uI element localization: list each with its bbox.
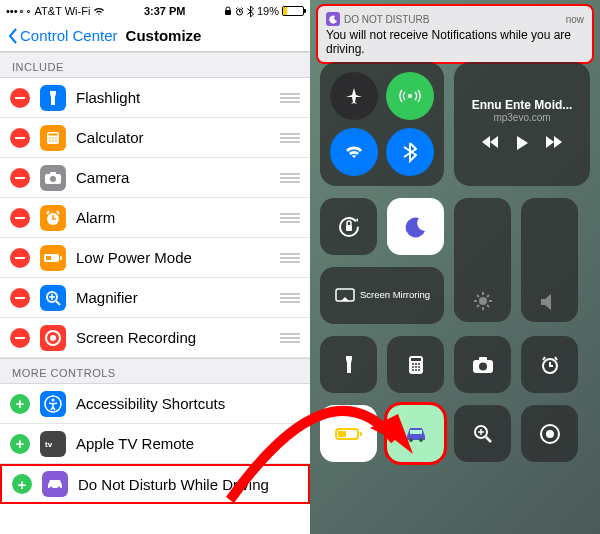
row-flashlight[interactable]: Flashlight <box>0 78 310 118</box>
airplane-toggle[interactable] <box>330 72 378 120</box>
camera-toggle[interactable] <box>454 336 511 393</box>
svg-point-29 <box>479 297 487 305</box>
svg-rect-17 <box>46 256 51 260</box>
wifi-icon <box>93 7 105 16</box>
music-panel[interactable]: Ennu Ente Moid... mp3evo.com <box>454 62 590 186</box>
magnifier-icon <box>40 285 66 311</box>
music-title: Ennu Ente Moid... <box>472 98 573 112</box>
row-low-power[interactable]: Low Power Mode <box>0 238 310 278</box>
svg-point-20 <box>50 335 56 341</box>
row-camera[interactable]: Camera <box>0 158 310 198</box>
svg-point-45 <box>479 362 487 370</box>
camera-icon <box>40 165 66 191</box>
status-bar: •••∘∘ AT&T Wi-Fi 3:37 PM 19% <box>0 0 310 20</box>
row-label: Flashlight <box>76 89 280 106</box>
row-screen-recording[interactable]: Screen Recording <box>0 318 310 358</box>
row-alarm[interactable]: Alarm <box>0 198 310 238</box>
row-label: Apple TV Remote <box>76 435 300 452</box>
row-label: Accessibility Shortcuts <box>76 395 300 412</box>
dnd-toggle[interactable] <box>387 198 444 255</box>
drag-handle-icon[interactable] <box>280 253 300 263</box>
row-magnifier[interactable]: Magnifier <box>0 278 310 318</box>
remove-button[interactable] <box>10 88 30 108</box>
svg-text:tv: tv <box>45 440 53 449</box>
row-label: Magnifier <box>76 289 280 306</box>
control-center-screen: DO NOT DISTURB now You will not receive … <box>310 0 600 534</box>
play-icon[interactable] <box>515 135 529 151</box>
drag-handle-icon[interactable] <box>280 213 300 223</box>
svg-point-24 <box>50 487 53 490</box>
back-button[interactable]: Control Center <box>8 27 118 44</box>
row-label: Do Not Disturb While Driving <box>78 476 298 493</box>
battery-percent: 19% <box>257 5 279 17</box>
next-track-icon[interactable] <box>545 135 563 151</box>
svg-rect-0 <box>225 10 231 15</box>
drag-handle-icon[interactable] <box>280 333 300 343</box>
magnifier-toggle[interactable] <box>454 405 511 462</box>
lock-icon <box>224 6 232 16</box>
svg-rect-16 <box>60 256 62 260</box>
svg-rect-49 <box>338 431 346 437</box>
accessibility-icon <box>40 391 66 417</box>
cellular-toggle[interactable] <box>386 72 434 120</box>
bluetooth-icon <box>247 6 254 17</box>
flashlight-toggle[interactable] <box>320 336 377 393</box>
svg-point-37 <box>412 366 414 368</box>
alarm-toggle[interactable] <box>521 336 578 393</box>
remove-button[interactable] <box>10 168 30 188</box>
svg-point-7 <box>55 137 57 139</box>
brightness-slider[interactable] <box>454 198 511 322</box>
dnd-driving-toggle[interactable] <box>387 405 444 462</box>
settings-screen: •••∘∘ AT&T Wi-Fi 3:37 PM 19% <box>0 0 310 534</box>
notif-body: You will not receive Notifications while… <box>326 28 584 56</box>
drag-handle-icon[interactable] <box>280 133 300 143</box>
rotation-lock-toggle[interactable] <box>320 198 377 255</box>
svg-rect-2 <box>50 91 56 94</box>
remove-button[interactable] <box>10 208 30 228</box>
moon-icon <box>326 12 340 26</box>
row-accessibility[interactable]: + Accessibility Shortcuts <box>0 384 310 424</box>
alarm-icon <box>235 7 244 16</box>
remove-button[interactable] <box>10 128 30 148</box>
svg-rect-12 <box>50 172 56 175</box>
remove-button[interactable] <box>10 248 30 268</box>
svg-point-25 <box>58 487 61 490</box>
svg-point-50 <box>409 438 413 442</box>
row-dnd-driving[interactable]: + Do Not Disturb While Driving <box>0 464 310 504</box>
chevron-left-icon <box>8 28 18 44</box>
svg-point-34 <box>412 363 414 365</box>
notif-time: now <box>566 14 584 25</box>
bluetooth-toggle[interactable] <box>386 128 434 176</box>
prev-track-icon[interactable] <box>481 135 499 151</box>
remove-button[interactable] <box>10 328 30 348</box>
wifi-toggle[interactable] <box>330 128 378 176</box>
row-apple-tv[interactable]: + tv Apple TV Remote <box>0 424 310 464</box>
screen-mirroring-button[interactable]: Screen Mirroring <box>320 267 444 324</box>
svg-point-55 <box>546 430 554 438</box>
svg-point-51 <box>419 438 423 442</box>
svg-point-10 <box>55 140 57 142</box>
add-button[interactable]: + <box>10 394 30 414</box>
dnd-notification[interactable]: DO NOT DISTURB now You will not receive … <box>316 4 594 64</box>
volume-slider[interactable] <box>521 198 578 322</box>
add-button[interactable]: + <box>12 474 32 494</box>
mirror-label: Screen Mirroring <box>360 290 430 300</box>
svg-rect-33 <box>411 358 421 361</box>
connectivity-panel[interactable] <box>320 62 444 186</box>
drag-handle-icon[interactable] <box>280 93 300 103</box>
remove-button[interactable] <box>10 288 30 308</box>
drag-handle-icon[interactable] <box>280 173 300 183</box>
low-power-toggle[interactable] <box>320 405 377 462</box>
notif-app: DO NOT DISTURB <box>344 14 429 25</box>
svg-point-6 <box>52 137 54 139</box>
add-button[interactable]: + <box>10 434 30 454</box>
row-label: Camera <box>76 169 280 186</box>
row-label: Screen Recording <box>76 329 280 346</box>
row-calculator[interactable]: Calculator <box>0 118 310 158</box>
svg-point-5 <box>49 137 51 139</box>
calculator-toggle[interactable] <box>387 336 444 393</box>
screen-record-toggle[interactable] <box>521 405 578 462</box>
svg-rect-44 <box>479 357 487 361</box>
section-include: INCLUDE <box>0 52 310 78</box>
drag-handle-icon[interactable] <box>280 293 300 303</box>
